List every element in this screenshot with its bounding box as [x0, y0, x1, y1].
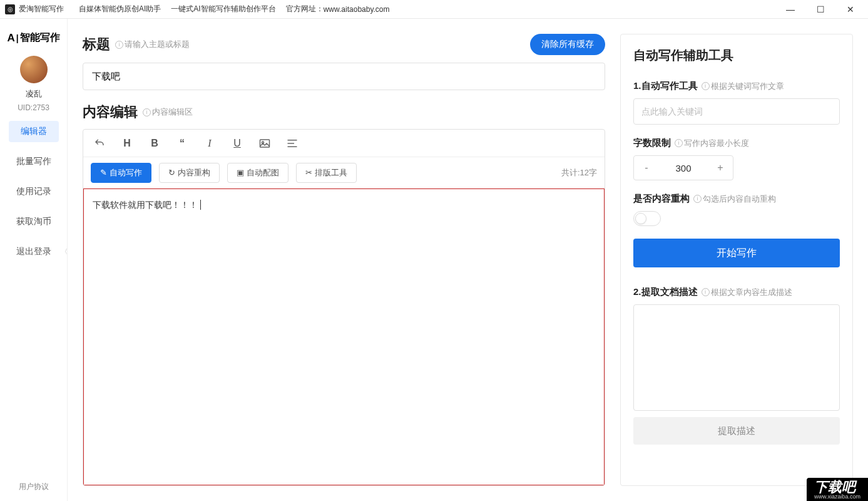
layout-tool-button[interactable]: ✂ 排版工具 [296, 163, 357, 183]
editor-text: 下载软件就用下载吧！！！ [93, 200, 198, 210]
title-bar: ◎ 爱淘智能写作 自媒体智能伪原创AI助手 一键式AI智能写作辅助创作平台 官方… [0, 0, 868, 19]
nav-item-batch[interactable]: 批量写作 [9, 151, 59, 172]
info-icon: i [675, 139, 683, 147]
logo: A | 智能写作 [7, 31, 59, 44]
info-icon: i [702, 288, 710, 296]
maximize-button[interactable]: ☐ [813, 4, 828, 14]
layout-icon: ✂ [305, 168, 312, 177]
pencil-icon: ✎ [100, 168, 107, 177]
editor-textarea[interactable]: 下载软件就用下载吧！！！ [83, 189, 605, 485]
limit-hint: i 写作内容最小长度 [675, 138, 749, 149]
title-input[interactable] [83, 63, 605, 90]
nav-label: 使用记录 [16, 186, 51, 197]
s1-hint: i 根据关键词写作文章 [702, 81, 784, 92]
editor-column: 标题 i 请输入主题或标题 清除所有缓存 内容编辑 i 内容编辑区 [83, 34, 605, 486]
rebuild-title: 是否内容重构 [633, 193, 690, 205]
description-output[interactable] [633, 304, 840, 411]
site-url: www.aitaobaby.com [324, 5, 390, 14]
s2-title: 2.提取文档描述 [633, 286, 698, 298]
underline-icon[interactable]: U [231, 138, 243, 149]
nav-label: 批量写作 [16, 156, 51, 167]
rebuild-button[interactable]: ↻ 内容重构 [159, 163, 220, 183]
main-area: 标题 i 请输入主题或标题 清除所有缓存 内容编辑 i 内容编辑区 [68, 19, 868, 501]
limit-title: 字数限制 [633, 137, 671, 149]
refresh-icon: ↻ [168, 168, 175, 177]
info-icon: i [115, 41, 123, 49]
nav-item-coins[interactable]: 获取淘币 [9, 211, 59, 232]
image-small-icon: ▣ [237, 168, 244, 177]
s2-hint: i 根据文章内容生成描述 [702, 287, 792, 298]
nav-label: 退出登录 [16, 246, 51, 257]
rebuild-hint: i 勾选后内容自动重构 [693, 194, 776, 205]
italic-icon[interactable]: I [203, 138, 216, 149]
site-label: 官方网址： [286, 4, 324, 14]
word-limit-stepper[interactable]: - 300 + [633, 155, 733, 180]
username: 凌乱 [26, 88, 42, 100]
nav-label: 获取淘币 [16, 216, 51, 227]
tagline-2: 一键式AI智能写作辅助创作平台 [171, 4, 275, 14]
heading-icon[interactable]: H [121, 138, 133, 149]
app-icon: ◎ [5, 4, 15, 14]
title-hint: i 请输入主题或标题 [115, 39, 190, 50]
logo-pipe-icon: | [16, 33, 19, 43]
content-section-label: 内容编辑 [83, 103, 138, 121]
sidebar: A | 智能写作 凌乱 UID:2753 编辑器 批量写作 使用记录 获取淘币 … [0, 19, 68, 501]
increment-button[interactable]: + [708, 156, 733, 180]
watermark-text: 下载吧 [814, 479, 855, 495]
user-agreement-link[interactable]: 用户协议 [19, 482, 49, 492]
user-id: UID:2753 [18, 103, 49, 112]
panel-title: 自动写作辅助工具 [633, 47, 840, 64]
nav-item-logout[interactable]: 退出登录 〈 [9, 241, 59, 262]
quote-icon[interactable]: “ [176, 138, 188, 149]
rebuild-toggle[interactable] [633, 211, 661, 226]
image-icon[interactable] [258, 138, 271, 148]
nav-item-history[interactable]: 使用记录 [9, 181, 59, 202]
auto-write-button[interactable]: ✎ 自动写作 [91, 163, 151, 183]
info-icon: i [693, 195, 702, 203]
format-toolbar: H B “ I U [83, 130, 605, 157]
logo-a: A [7, 32, 14, 44]
watermark-url: www.xiazaiba.com [814, 494, 860, 500]
right-panel: 自动写作辅助工具 1.自动写作工具 i 根据关键词写作文章 字数限制 i 写作内 [620, 34, 853, 486]
info-icon: i [143, 108, 151, 116]
word-count: 共计:12字 [561, 167, 597, 178]
logo-text: 智能写作 [20, 31, 60, 44]
avatar[interactable] [20, 56, 48, 83]
minimize-button[interactable]: — [783, 4, 798, 14]
s1-title: 1.自动写作工具 [633, 80, 698, 92]
watermark: 下载吧 www.xiazaiba.com [807, 478, 868, 501]
action-bar: ✎ 自动写作 ↻ 内容重构 ▣ 自动配图 ✂ 排版工具 共 [83, 157, 605, 189]
chevron-left-icon: 〈 [61, 247, 68, 256]
nav-label: 编辑器 [21, 126, 47, 137]
clear-cache-button[interactable]: 清除所有缓存 [530, 34, 605, 55]
app-name: 爱淘智能写作 [19, 4, 64, 14]
word-limit-value: 300 [659, 163, 708, 173]
undo-icon[interactable] [93, 138, 106, 149]
start-writing-button[interactable]: 开始写作 [633, 239, 840, 267]
content-hint: i 内容编辑区 [143, 106, 193, 118]
decrement-button[interactable]: - [634, 156, 659, 180]
tagline-1: 自媒体智能伪原创AI助手 [79, 4, 161, 14]
close-button[interactable]: ✕ [843, 4, 858, 14]
extract-description-button[interactable]: 提取描述 [633, 417, 840, 445]
nav-item-editor[interactable]: 编辑器 [9, 121, 59, 142]
align-icon[interactable] [286, 139, 299, 148]
bold-icon[interactable]: B [148, 138, 161, 149]
info-icon: i [702, 82, 710, 90]
editor-box: H B “ I U ✎ 自动写作 ↻ 内容重构 [83, 129, 605, 486]
title-section-label: 标题 [83, 35, 110, 54]
keyword-input[interactable] [633, 98, 840, 125]
svg-rect-0 [260, 140, 270, 147]
auto-image-button[interactable]: ▣ 自动配图 [227, 163, 288, 183]
